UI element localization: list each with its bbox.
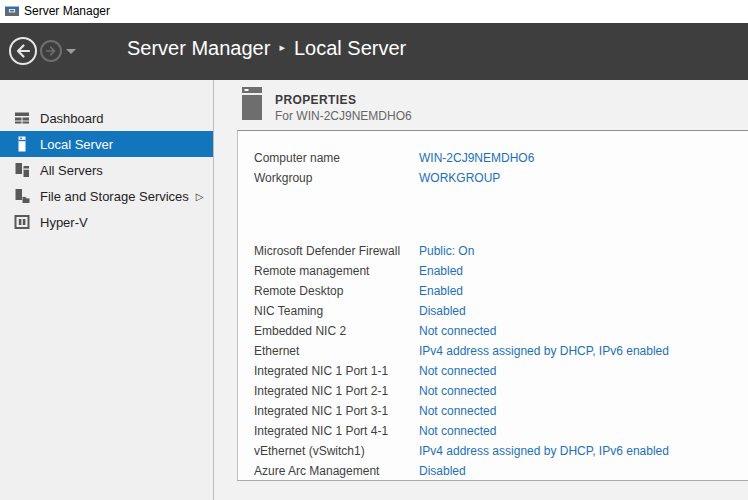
server-manager-app-icon <box>4 3 20 19</box>
property-row: Microsoft Defender Firewall Public: On <box>254 241 748 261</box>
history-dropdown-caret-icon[interactable] <box>66 49 76 54</box>
property-label: Computer name <box>254 151 419 165</box>
property-value-link[interactable]: WIN-2CJ9NEMDHO6 <box>419 151 534 165</box>
property-label: Integrated NIC 1 Port 3-1 <box>254 404 419 418</box>
property-label: Ethernet <box>254 344 419 358</box>
property-value-link[interactable]: Enabled <box>419 284 463 298</box>
property-row: NIC Teaming Disabled <box>254 301 748 321</box>
breadcrumb-root[interactable]: Server Manager <box>127 37 270 60</box>
sidebar-item-label: All Servers <box>40 163 103 178</box>
breadcrumb: Server Manager ▸ Local Server <box>127 37 406 60</box>
property-value-link[interactable]: Not connected <box>419 364 496 378</box>
submenu-chevron-icon: ▷ <box>196 191 204 202</box>
forward-button[interactable] <box>40 40 62 62</box>
breadcrumb-current[interactable]: Local Server <box>294 37 406 60</box>
property-value-link[interactable]: Enabled <box>419 264 463 278</box>
sidebar-item-dashboard[interactable]: Dashboard <box>0 105 213 131</box>
property-row: Computer name WIN-2CJ9NEMDHO6 <box>254 148 748 168</box>
property-value-link[interactable]: Not connected <box>419 404 496 418</box>
forward-arrow-icon <box>44 44 58 58</box>
sidebar-item-all-servers[interactable]: All Servers <box>0 157 213 183</box>
property-value-link[interactable]: Disabled <box>419 464 466 478</box>
properties-server-icon <box>242 87 262 120</box>
property-group: Microsoft Defender Firewall Public: On R… <box>254 241 748 481</box>
property-label: NIC Teaming <box>254 304 419 318</box>
property-row: Remote Desktop Enabled <box>254 281 748 301</box>
property-label: Integrated NIC 1 Port 2-1 <box>254 384 419 398</box>
property-row: Integrated NIC 1 Port 3-1 Not connected <box>254 401 748 421</box>
hyper-v-icon <box>14 214 30 230</box>
property-value-link[interactable]: WORKGROUP <box>419 171 500 185</box>
property-value-link[interactable]: IPv4 address assigned by DHCP, IPv6 enab… <box>419 444 669 458</box>
properties-title: PROPERTIES <box>275 93 356 107</box>
all-servers-icon <box>14 162 30 178</box>
properties-subtitle: For WIN-2CJ9NEMDHO6 <box>275 109 412 123</box>
sidebar-item-hyper-v[interactable]: Hyper-V <box>0 209 213 235</box>
property-row: Integrated NIC 1 Port 1-1 Not connected <box>254 361 748 381</box>
body-area: Dashboard Local Server All Servers File … <box>0 80 748 500</box>
property-value-link[interactable]: Disabled <box>419 304 466 318</box>
property-label: Integrated NIC 1 Port 1-1 <box>254 364 419 378</box>
breadcrumb-separator-icon: ▸ <box>279 41 285 54</box>
dashboard-icon <box>14 110 30 126</box>
navbar: Server Manager ▸ Local Server <box>0 23 748 80</box>
sidebar-item-label: Local Server <box>40 137 113 152</box>
property-label: vEthernet (vSwitch1) <box>254 444 419 458</box>
property-row: vEthernet (vSwitch1) IPv4 address assign… <box>254 441 748 461</box>
window-title: Server Manager <box>24 4 110 18</box>
property-row: Ethernet IPv4 address assigned by DHCP, … <box>254 341 748 361</box>
property-value-link[interactable]: Public: On <box>419 244 474 258</box>
properties-panel: Computer name WIN-2CJ9NEMDHO6 Workgroup … <box>237 130 748 481</box>
property-row: Integrated NIC 1 Port 2-1 Not connected <box>254 381 748 401</box>
property-row: Embedded NIC 2 Not connected <box>254 321 748 341</box>
property-row: Remote management Enabled <box>254 261 748 281</box>
main-content: PROPERTIES For WIN-2CJ9NEMDHO6 Computer … <box>214 80 748 500</box>
properties-groups: Computer name WIN-2CJ9NEMDHO6 Workgroup … <box>254 148 748 481</box>
property-row: Integrated NIC 1 Port 4-1 Not connected <box>254 421 748 441</box>
file-storage-icon <box>14 188 30 204</box>
property-row: Azure Arc Management Disabled <box>254 461 748 481</box>
local-server-icon <box>14 136 30 152</box>
back-button[interactable] <box>9 37 37 65</box>
property-label: Remote management <box>254 264 419 278</box>
titlebar: Server Manager <box>0 0 748 23</box>
sidebar-item-label: Hyper-V <box>40 215 88 230</box>
property-value-link[interactable]: Not connected <box>419 424 496 438</box>
sidebar-list: Dashboard Local Server All Servers File … <box>0 105 213 235</box>
property-value-link[interactable]: Not connected <box>419 384 496 398</box>
sidebar-item-label: Dashboard <box>40 111 104 126</box>
sidebar-item-label: File and Storage Services <box>40 189 189 204</box>
property-label: Workgroup <box>254 171 419 185</box>
property-group: Computer name WIN-2CJ9NEMDHO6 Workgroup … <box>254 148 748 188</box>
property-label: Embedded NIC 2 <box>254 324 419 338</box>
property-label: Integrated NIC 1 Port 4-1 <box>254 424 419 438</box>
sidebar: Dashboard Local Server All Servers File … <box>0 80 214 500</box>
sidebar-item-local-server[interactable]: Local Server <box>0 131 213 157</box>
property-value-link[interactable]: Not connected <box>419 324 496 338</box>
property-label: Microsoft Defender Firewall <box>254 244 419 258</box>
property-label: Azure Arc Management <box>254 464 419 478</box>
sidebar-item-file-and-storage-services[interactable]: File and Storage Services ▷ <box>0 183 213 209</box>
back-arrow-icon <box>13 41 33 61</box>
property-label: Remote Desktop <box>254 284 419 298</box>
property-value-link[interactable]: IPv4 address assigned by DHCP, IPv6 enab… <box>419 344 669 358</box>
property-row: Workgroup WORKGROUP <box>254 168 748 188</box>
